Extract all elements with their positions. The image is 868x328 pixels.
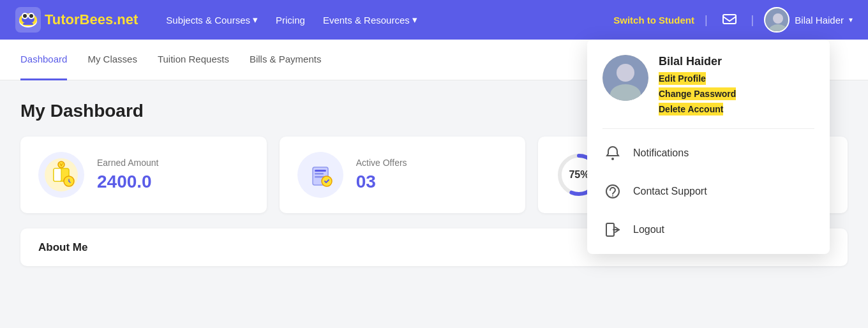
nav-events-resources[interactable]: Events & Resources ▾ [315,9,425,31]
nav-subjects-courses[interactable]: Subjects & Courses ▾ [158,9,266,31]
svg-rect-22 [315,170,326,172]
active-offers-label: Active Offers [356,158,407,168]
active-offers-card: Active Offers 03 [280,137,526,213]
logout-icon [602,220,623,240]
subnav-my-classes[interactable]: My Classes [87,40,137,80]
active-offers-value: 03 [356,172,407,192]
svg-point-29 [617,64,634,82]
nav-right: Switch to Student | | Bilal Haider ▾ [613,7,853,33]
chevron-down-icon: ▾ [253,14,258,26]
svg-point-31 [611,158,614,160]
dropdown-user-info: Bilal Haider Edit Profile Change Passwor… [659,55,736,118]
notifications-label: Notifications [633,147,689,159]
earned-amount-info: Earned Amount 2400.0 [97,158,159,192]
svg-point-7 [29,14,33,18]
chevron-down-icon: ▾ [412,14,417,26]
svg-point-16 [58,161,64,168]
svg-rect-15 [54,168,61,181]
earned-amount-icon [38,152,84,198]
edit-profile-link[interactable]: Edit Profile [659,72,706,85]
user-name: Bilal Haider [795,15,844,26]
nav-divider-1: | [705,13,708,27]
nav-divider-2: | [751,13,754,27]
dropdown-contact-support-item[interactable]: Contact Support [587,172,830,211]
messages-icon[interactable] [718,8,741,31]
change-password-link[interactable]: Change Password [659,87,736,100]
about-me-title: About Me [38,241,87,254]
logo-icon [15,7,41,33]
user-dropdown-menu: Bilal Haider Edit Profile Change Passwor… [587,40,830,254]
svg-point-33 [612,195,613,197]
subnav-bills-payments[interactable]: Bills & Payments [250,40,322,80]
svg-rect-9 [723,15,736,24]
earned-amount-value: 2400.0 [97,172,159,192]
logout-label: Logout [633,224,664,235]
earned-amount-label: Earned Amount [97,158,159,168]
navbar: TutorBees.net Subjects & Courses ▾ Prici… [0,0,868,40]
subnav-dashboard[interactable]: Dashboard [20,40,67,80]
dropdown-logout-item[interactable]: Logout [587,211,830,249]
user-avatar-area[interactable]: Bilal Haider ▾ [764,7,853,33]
dropdown-avatar [602,55,648,101]
nav-pricing[interactable]: Pricing [268,10,313,31]
dropdown-notifications-item[interactable]: Notifications [587,134,830,172]
active-offers-info: Active Offers 03 [356,158,407,192]
user-menu-chevron-icon: ▾ [849,15,853,24]
logo[interactable]: TutorBees.net [15,7,138,33]
nav-links: Subjects & Courses ▾ Pricing Events & Re… [158,9,613,31]
logo-text: TutorBees.net [45,11,138,28]
contact-support-label: Contact Support [633,186,707,197]
dropdown-divider [602,128,814,129]
switch-to-student-button[interactable]: Switch to Student [613,15,694,26]
svg-rect-23 [315,173,324,175]
svg-point-6 [23,14,27,18]
svg-point-11 [773,13,783,24]
dropdown-user-name: Bilal Haider [659,55,736,68]
contact-support-icon [602,181,623,202]
subnav-tuition-requests[interactable]: Tuition Requests [158,40,229,80]
active-offers-icon [297,152,343,198]
profile-progress-percent: 75% [569,169,589,181]
dropdown-profile-section: Bilal Haider Edit Profile Change Passwor… [587,40,830,128]
avatar [764,7,789,33]
notifications-icon [602,143,623,163]
delete-account-link[interactable]: Delete Account [659,103,723,116]
svg-rect-8 [23,23,33,25]
earned-amount-card: Earned Amount 2400.0 [20,137,267,213]
